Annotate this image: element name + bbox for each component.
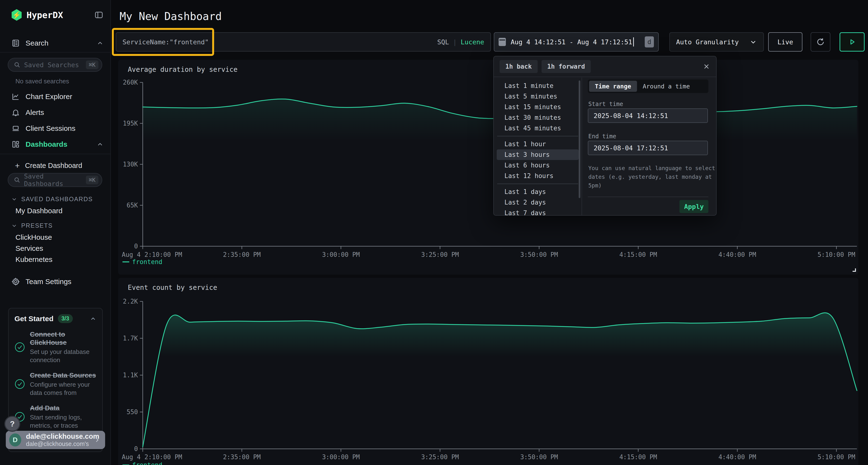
avatar: D [9,433,21,446]
sidebar-item-dashboards[interactable]: Dashboards [0,137,111,151]
legend-dash-icon [123,261,129,262]
time-option[interactable]: Last 1 minute [497,80,579,91]
sidebar-item-my-dashboard[interactable]: My Dashboard [16,207,62,215]
svg-text:3:00:00 PM: 3:00:00 PM [322,251,360,258]
tab-time-range[interactable]: Time range [589,81,637,92]
time-option[interactable]: Last 5 minutes [497,91,579,102]
legend-label: frontend [132,461,162,465]
sidebar-item-label: Alerts [26,108,44,117]
get-started-item-add-data[interactable]: Add Data Start sending logs, metrics, or… [14,404,96,430]
get-started-progress-badge: 3/3 [58,314,73,323]
section-presets[interactable]: PRESETS [11,222,53,229]
get-started-item-connect[interactable]: Connect to ClickHouse Set up your databa… [14,330,96,364]
search-query-input[interactable]: ServiceName:"frontend" SQL | Lucene [116,32,491,52]
time-option[interactable]: Last 2 days [497,197,579,208]
sidebar-item-label: Chart Explorer [26,93,72,101]
avg-duration-chart: 065K130K195K260KAug 4 2:10:00 PM2:35:00 … [118,60,858,275]
legend-item-frontend[interactable]: frontend [123,461,162,465]
granularity-value: Auto Granularity [676,38,739,46]
divider [497,136,578,136]
chart-panel-event-count: Event count by service 05501.1K1.7K2.2KA… [118,278,858,465]
svg-text:2.2K: 2.2K [123,298,138,305]
legend-item-frontend[interactable]: frontend [123,258,162,266]
create-dashboard-button[interactable]: + Create Dashboard [0,159,111,172]
time-option[interactable]: Last 45 minutes [497,123,579,133]
get-started-header[interactable]: Get Started 3/3 [14,314,96,323]
run-query-button[interactable] [840,32,865,52]
section-title: SAVED DASHBOARDS [21,196,93,203]
saved-searches-input[interactable]: Saved Searches ⌘K [8,58,102,72]
time-option-selected[interactable]: Last 3 hours [497,150,579,160]
sidebar-item-alerts[interactable]: Alerts [0,105,111,120]
chevron-down-icon [11,223,18,229]
time-option[interactable]: Last 7 days [497,208,579,215]
scrollbar-thumb[interactable] [579,80,580,198]
sidebar-item-clickhouse[interactable]: ClickHouse [16,233,52,241]
section-saved-dashboards[interactable]: SAVED DASHBOARDS [11,196,93,203]
chevron-right-icon [94,436,101,443]
svg-text:0: 0 [134,243,138,250]
saved-dashboards-input[interactable]: Saved Dashboards ⌘K [8,173,102,187]
sidebar-item-client-sessions[interactable]: Client Sessions [0,122,111,135]
tab-around-a-time[interactable]: Around a time [637,81,696,92]
sidebar-item-search[interactable]: Search [0,36,111,50]
time-picker-tabs: Time range Around a time [588,79,708,93]
end-time-input[interactable]: 2025-08-04 17:12:51 [588,141,708,155]
shortcut-badge: ⌘K [86,176,98,184]
lucene-toggle[interactable]: Lucene [461,38,484,46]
sql-toggle[interactable]: SQL [437,38,449,46]
user-account-chip[interactable]: D dale@clickhouse.com dale@clickhouse.co… [6,431,105,449]
end-time-label: End time [588,133,616,140]
chevron-down-icon [11,196,18,202]
check-circle-icon [14,342,25,353]
text-caret [633,37,634,46]
get-started-title: Get Started [14,315,54,323]
logo-row: ⚡ HyperDX [0,8,111,22]
hyperdx-app: ⚡ HyperDX Search Saved Searches ⌘K No sa… [0,0,868,465]
sidebar-item-chart-explorer[interactable]: Chart Explorer [0,90,111,104]
close-icon [703,63,710,70]
svg-text:Aug 4 2:10:00 PM: Aug 4 2:10:00 PM [122,251,182,258]
sidebar-item-kubernetes[interactable]: Kubernetes [16,255,52,264]
granularity-select[interactable]: Auto Granularity [669,32,764,52]
help-button[interactable]: ? [4,416,20,432]
event-count-chart: 05501.1K1.7K2.2KAug 4 2:10:00 PM2:35:00 … [118,278,858,465]
live-button[interactable]: Live [768,32,802,52]
time-option[interactable]: Last 15 minutes [497,102,579,112]
sidebar-item-label: Search [26,39,49,47]
start-time-label: Start time [588,101,623,107]
apply-button[interactable]: Apply [679,200,708,213]
time-option[interactable]: Last 1 days [497,187,579,197]
svg-text:130K: 130K [123,161,138,168]
time-picker-header: 1h back 1h forward [494,56,716,77]
sidebar-collapse-icon[interactable] [94,10,104,20]
shortcut-badge: ⌘K [86,61,98,69]
svg-text:5:10:00 PM: 5:10:00 PM [817,454,856,461]
time-picker-popup: 1h back 1h forward Last 1 minute Last 5 … [493,56,717,215]
calendar-icon [499,38,506,46]
start-time-input[interactable]: 2025-08-04 14:12:51 [588,108,708,123]
time-range-input[interactable]: Aug 4 14:12:51 - Aug 4 17:12:51 d [494,32,659,52]
sidebar: ⚡ HyperDX Search Saved Searches ⌘K No sa… [0,0,111,465]
time-option[interactable]: Last 6 hours [497,160,579,171]
svg-text:3:50:00 PM: 3:50:00 PM [520,454,558,461]
panel-resize-handle[interactable] [852,268,856,272]
user-email: dale@clickhouse.com [26,432,94,440]
sidebar-item-label: Team Settings [26,277,71,286]
query-text: ServiceName:"frontend" [123,38,209,46]
time-option[interactable]: Last 30 minutes [497,112,579,123]
close-button[interactable] [703,63,710,70]
time-option[interactable]: Last 12 hours [497,171,579,181]
svg-text:65K: 65K [127,202,138,209]
sidebar-item-services[interactable]: Services [16,244,43,253]
shift-back-button[interactable]: 1h back [500,60,538,73]
shift-forward-button[interactable]: 1h forward [541,60,591,73]
time-range-value: Aug 4 14:12:51 - Aug 4 17:12:51 [511,38,632,46]
svg-text:1.7K: 1.7K [123,335,138,342]
svg-text:1.1K: 1.1K [123,371,138,379]
get-started-item-sources[interactable]: Create Data Sources Configure where your… [14,371,96,397]
divider [0,154,111,154]
sidebar-item-team-settings[interactable]: Team Settings [0,275,111,289]
time-option[interactable]: Last 1 hour [497,139,579,150]
refresh-button[interactable] [811,32,830,52]
